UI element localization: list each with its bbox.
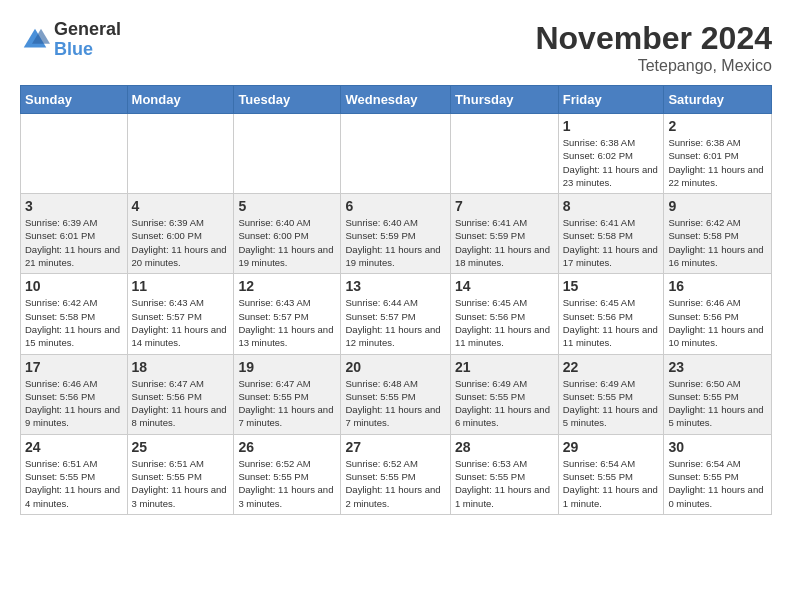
header-day-thursday: Thursday bbox=[450, 86, 558, 114]
day-info: Sunrise: 6:44 AM Sunset: 5:57 PM Dayligh… bbox=[345, 296, 445, 349]
day-number: 1 bbox=[563, 118, 660, 134]
header-day-saturday: Saturday bbox=[664, 86, 772, 114]
day-info: Sunrise: 6:42 AM Sunset: 5:58 PM Dayligh… bbox=[25, 296, 123, 349]
header-day-friday: Friday bbox=[558, 86, 664, 114]
calendar-cell: 5Sunrise: 6:40 AM Sunset: 6:00 PM Daylig… bbox=[234, 194, 341, 274]
page-header: General Blue November 2024 Tetepango, Me… bbox=[20, 20, 772, 75]
day-number: 28 bbox=[455, 439, 554, 455]
calendar-cell: 15Sunrise: 6:45 AM Sunset: 5:56 PM Dayli… bbox=[558, 274, 664, 354]
day-number: 3 bbox=[25, 198, 123, 214]
day-number: 19 bbox=[238, 359, 336, 375]
day-info: Sunrise: 6:54 AM Sunset: 5:55 PM Dayligh… bbox=[668, 457, 767, 510]
calendar-cell: 7Sunrise: 6:41 AM Sunset: 5:59 PM Daylig… bbox=[450, 194, 558, 274]
day-number: 24 bbox=[25, 439, 123, 455]
day-info: Sunrise: 6:46 AM Sunset: 5:56 PM Dayligh… bbox=[25, 377, 123, 430]
day-number: 11 bbox=[132, 278, 230, 294]
day-info: Sunrise: 6:39 AM Sunset: 6:01 PM Dayligh… bbox=[25, 216, 123, 269]
calendar-cell: 4Sunrise: 6:39 AM Sunset: 6:00 PM Daylig… bbox=[127, 194, 234, 274]
day-info: Sunrise: 6:46 AM Sunset: 5:56 PM Dayligh… bbox=[668, 296, 767, 349]
logo: General Blue bbox=[20, 20, 121, 60]
location: Tetepango, Mexico bbox=[535, 57, 772, 75]
calendar-cell: 3Sunrise: 6:39 AM Sunset: 6:01 PM Daylig… bbox=[21, 194, 128, 274]
day-number: 16 bbox=[668, 278, 767, 294]
day-info: Sunrise: 6:43 AM Sunset: 5:57 PM Dayligh… bbox=[238, 296, 336, 349]
day-info: Sunrise: 6:50 AM Sunset: 5:55 PM Dayligh… bbox=[668, 377, 767, 430]
calendar-cell: 6Sunrise: 6:40 AM Sunset: 5:59 PM Daylig… bbox=[341, 194, 450, 274]
logo-icon bbox=[20, 25, 50, 55]
day-number: 9 bbox=[668, 198, 767, 214]
day-info: Sunrise: 6:47 AM Sunset: 5:55 PM Dayligh… bbox=[238, 377, 336, 430]
day-info: Sunrise: 6:45 AM Sunset: 5:56 PM Dayligh… bbox=[455, 296, 554, 349]
day-number: 26 bbox=[238, 439, 336, 455]
header-row: SundayMondayTuesdayWednesdayThursdayFrid… bbox=[21, 86, 772, 114]
header-day-sunday: Sunday bbox=[21, 86, 128, 114]
day-info: Sunrise: 6:47 AM Sunset: 5:56 PM Dayligh… bbox=[132, 377, 230, 430]
day-info: Sunrise: 6:51 AM Sunset: 5:55 PM Dayligh… bbox=[25, 457, 123, 510]
calendar-cell: 22Sunrise: 6:49 AM Sunset: 5:55 PM Dayli… bbox=[558, 354, 664, 434]
calendar-cell: 14Sunrise: 6:45 AM Sunset: 5:56 PM Dayli… bbox=[450, 274, 558, 354]
day-info: Sunrise: 6:41 AM Sunset: 5:59 PM Dayligh… bbox=[455, 216, 554, 269]
day-number: 4 bbox=[132, 198, 230, 214]
day-number: 6 bbox=[345, 198, 445, 214]
header-day-wednesday: Wednesday bbox=[341, 86, 450, 114]
day-info: Sunrise: 6:42 AM Sunset: 5:58 PM Dayligh… bbox=[668, 216, 767, 269]
day-info: Sunrise: 6:52 AM Sunset: 5:55 PM Dayligh… bbox=[345, 457, 445, 510]
day-info: Sunrise: 6:49 AM Sunset: 5:55 PM Dayligh… bbox=[563, 377, 660, 430]
day-number: 30 bbox=[668, 439, 767, 455]
calendar-cell bbox=[21, 114, 128, 194]
logo-blue: Blue bbox=[54, 40, 121, 60]
calendar-cell: 13Sunrise: 6:44 AM Sunset: 5:57 PM Dayli… bbox=[341, 274, 450, 354]
day-info: Sunrise: 6:39 AM Sunset: 6:00 PM Dayligh… bbox=[132, 216, 230, 269]
calendar-header: SundayMondayTuesdayWednesdayThursdayFrid… bbox=[21, 86, 772, 114]
month-title: November 2024 bbox=[535, 20, 772, 57]
calendar-cell: 30Sunrise: 6:54 AM Sunset: 5:55 PM Dayli… bbox=[664, 434, 772, 514]
week-row-1: 3Sunrise: 6:39 AM Sunset: 6:01 PM Daylig… bbox=[21, 194, 772, 274]
day-info: Sunrise: 6:40 AM Sunset: 6:00 PM Dayligh… bbox=[238, 216, 336, 269]
day-number: 12 bbox=[238, 278, 336, 294]
header-day-tuesday: Tuesday bbox=[234, 86, 341, 114]
day-number: 22 bbox=[563, 359, 660, 375]
calendar-cell bbox=[234, 114, 341, 194]
logo-general: General bbox=[54, 20, 121, 40]
day-info: Sunrise: 6:51 AM Sunset: 5:55 PM Dayligh… bbox=[132, 457, 230, 510]
calendar-cell: 17Sunrise: 6:46 AM Sunset: 5:56 PM Dayli… bbox=[21, 354, 128, 434]
week-row-3: 17Sunrise: 6:46 AM Sunset: 5:56 PM Dayli… bbox=[21, 354, 772, 434]
day-number: 25 bbox=[132, 439, 230, 455]
calendar-cell: 25Sunrise: 6:51 AM Sunset: 5:55 PM Dayli… bbox=[127, 434, 234, 514]
calendar-body: 1Sunrise: 6:38 AM Sunset: 6:02 PM Daylig… bbox=[21, 114, 772, 515]
day-number: 23 bbox=[668, 359, 767, 375]
day-info: Sunrise: 6:38 AM Sunset: 6:01 PM Dayligh… bbox=[668, 136, 767, 189]
day-info: Sunrise: 6:54 AM Sunset: 5:55 PM Dayligh… bbox=[563, 457, 660, 510]
day-info: Sunrise: 6:49 AM Sunset: 5:55 PM Dayligh… bbox=[455, 377, 554, 430]
calendar-table: SundayMondayTuesdayWednesdayThursdayFrid… bbox=[20, 85, 772, 515]
day-info: Sunrise: 6:45 AM Sunset: 5:56 PM Dayligh… bbox=[563, 296, 660, 349]
logo-text: General Blue bbox=[54, 20, 121, 60]
day-info: Sunrise: 6:52 AM Sunset: 5:55 PM Dayligh… bbox=[238, 457, 336, 510]
calendar-cell: 2Sunrise: 6:38 AM Sunset: 6:01 PM Daylig… bbox=[664, 114, 772, 194]
day-number: 27 bbox=[345, 439, 445, 455]
calendar-cell: 12Sunrise: 6:43 AM Sunset: 5:57 PM Dayli… bbox=[234, 274, 341, 354]
day-info: Sunrise: 6:40 AM Sunset: 5:59 PM Dayligh… bbox=[345, 216, 445, 269]
calendar-cell: 19Sunrise: 6:47 AM Sunset: 5:55 PM Dayli… bbox=[234, 354, 341, 434]
day-number: 21 bbox=[455, 359, 554, 375]
day-number: 7 bbox=[455, 198, 554, 214]
calendar-cell: 1Sunrise: 6:38 AM Sunset: 6:02 PM Daylig… bbox=[558, 114, 664, 194]
day-number: 2 bbox=[668, 118, 767, 134]
calendar-cell bbox=[450, 114, 558, 194]
title-block: November 2024 Tetepango, Mexico bbox=[535, 20, 772, 75]
day-number: 17 bbox=[25, 359, 123, 375]
week-row-0: 1Sunrise: 6:38 AM Sunset: 6:02 PM Daylig… bbox=[21, 114, 772, 194]
calendar-cell: 26Sunrise: 6:52 AM Sunset: 5:55 PM Dayli… bbox=[234, 434, 341, 514]
day-number: 13 bbox=[345, 278, 445, 294]
week-row-4: 24Sunrise: 6:51 AM Sunset: 5:55 PM Dayli… bbox=[21, 434, 772, 514]
header-day-monday: Monday bbox=[127, 86, 234, 114]
calendar-cell bbox=[341, 114, 450, 194]
calendar-cell: 18Sunrise: 6:47 AM Sunset: 5:56 PM Dayli… bbox=[127, 354, 234, 434]
calendar-cell: 28Sunrise: 6:53 AM Sunset: 5:55 PM Dayli… bbox=[450, 434, 558, 514]
day-info: Sunrise: 6:53 AM Sunset: 5:55 PM Dayligh… bbox=[455, 457, 554, 510]
calendar-cell: 27Sunrise: 6:52 AM Sunset: 5:55 PM Dayli… bbox=[341, 434, 450, 514]
day-info: Sunrise: 6:43 AM Sunset: 5:57 PM Dayligh… bbox=[132, 296, 230, 349]
calendar-cell: 24Sunrise: 6:51 AM Sunset: 5:55 PM Dayli… bbox=[21, 434, 128, 514]
calendar-cell: 8Sunrise: 6:41 AM Sunset: 5:58 PM Daylig… bbox=[558, 194, 664, 274]
day-number: 10 bbox=[25, 278, 123, 294]
